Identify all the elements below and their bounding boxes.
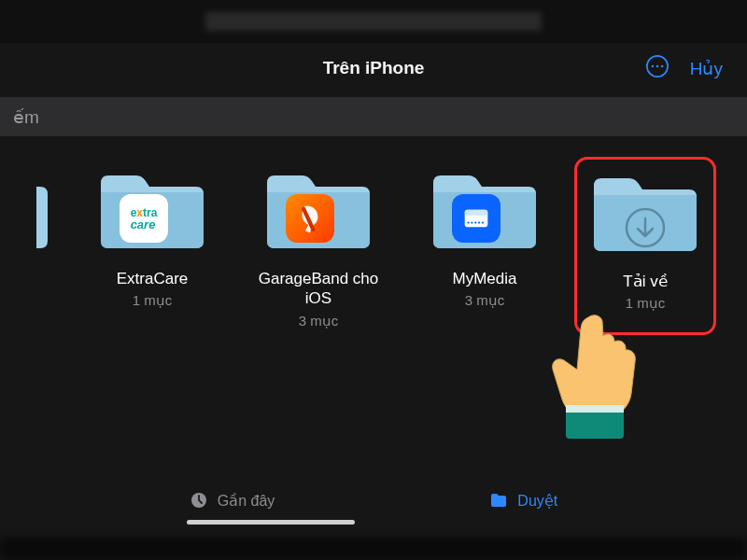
folder-item-partial[interactable] xyxy=(36,162,57,329)
folder-subtitle: 1 mục xyxy=(133,292,173,309)
folder-grid: extra care ExtraCare 1 mục GarageBand ch… xyxy=(0,136,747,329)
folder-icon: extra care xyxy=(92,162,213,256)
more-icon[interactable] xyxy=(645,54,669,82)
folder-subtitle: 1 mục xyxy=(626,295,666,312)
footer-blur xyxy=(0,538,747,560)
home-indicator[interactable] xyxy=(187,520,355,525)
svg-point-6 xyxy=(467,221,469,223)
search-input[interactable]: ếm xyxy=(0,97,747,136)
folder-item-mymedia[interactable]: MyMedia 3 mục xyxy=(414,162,556,329)
svg-point-1 xyxy=(651,65,654,68)
tab-browse[interactable]: Duyệt xyxy=(489,491,557,510)
folder-icon xyxy=(585,165,706,259)
svg-rect-12 xyxy=(566,405,624,439)
top-blurred-bar xyxy=(0,0,747,43)
folder-item-downloads[interactable]: Tải về 1 mục xyxy=(574,157,716,335)
header: Trên iPhone Hủy xyxy=(0,43,747,93)
folder-icon xyxy=(424,162,545,256)
folder-icon xyxy=(258,162,379,256)
clock-icon xyxy=(190,491,208,510)
svg-point-10 xyxy=(482,221,484,223)
folder-item-extracare[interactable]: extra care ExtraCare 1 mục xyxy=(81,162,223,329)
blurred-content xyxy=(205,12,542,31)
tab-recent[interactable]: Gần đây xyxy=(190,491,275,510)
folder-subtitle: 3 mục xyxy=(299,313,339,329)
svg-rect-5 xyxy=(465,210,488,216)
search-text-fragment: ếm xyxy=(13,106,39,128)
folder-item-garageband[interactable]: GarageBand cho iOS 3 mục xyxy=(247,162,389,329)
svg-point-9 xyxy=(478,221,480,223)
mymedia-app-icon xyxy=(452,194,500,243)
svg-point-8 xyxy=(474,221,476,223)
garageband-app-icon xyxy=(286,194,334,243)
svg-point-3 xyxy=(661,65,664,68)
download-icon xyxy=(622,204,669,251)
extracare-app-icon: extra care xyxy=(120,194,168,243)
folder-label: MyMedia xyxy=(453,269,517,288)
page-title: Trên iPhone xyxy=(323,58,425,78)
cancel-button[interactable]: Hủy xyxy=(690,58,723,79)
folder-label: Tải về xyxy=(623,272,667,291)
tab-label: Gần đây xyxy=(218,492,275,510)
svg-point-2 xyxy=(655,65,658,68)
bottom-tabs: Gần đây Duyệt xyxy=(0,467,747,534)
folder-label: GarageBand cho iOS xyxy=(248,269,388,309)
folder-icon xyxy=(489,491,508,510)
folder-subtitle: 3 mục xyxy=(465,292,505,309)
folder-label: ExtraCare xyxy=(117,269,189,288)
svg-point-7 xyxy=(471,221,472,223)
tab-label: Duyệt xyxy=(517,492,557,510)
svg-rect-13 xyxy=(566,405,624,413)
header-actions: Hủy xyxy=(645,54,723,82)
